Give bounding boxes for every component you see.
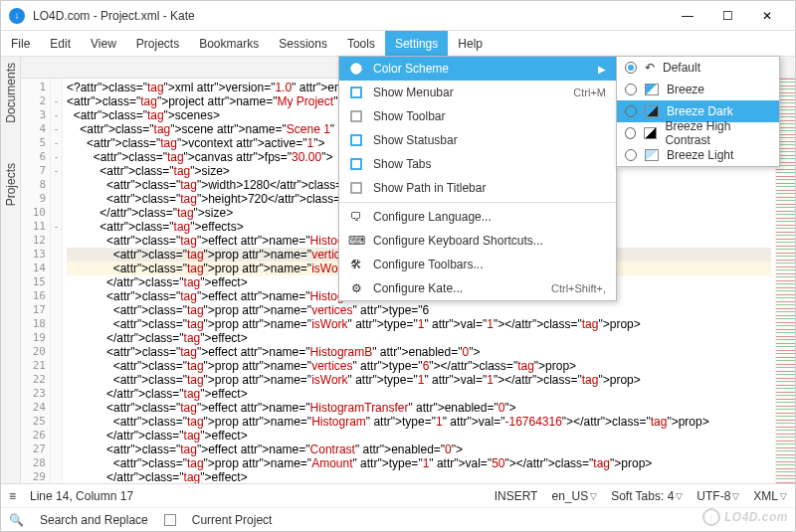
palette-icon [349, 62, 363, 76]
menu-indicator-icon[interactable]: ≡ [9, 489, 16, 503]
settings-show-toolbar[interactable]: Show Toolbar [339, 104, 616, 128]
menu-tools[interactable]: Tools [337, 31, 385, 56]
menu-item-label: Show Menubar [373, 86, 454, 99]
kbd-icon: ⌨ [349, 234, 363, 248]
settings-show-menubar[interactable]: Show MenubarCtrl+M [339, 81, 616, 104]
submenu-item-label: Default [663, 61, 700, 75]
maximize-button[interactable]: ☐ [707, 1, 747, 31]
titlebar: ↓ LO4D.com - Project.xml - Kate — ☐ ✕ [1, 1, 795, 31]
settings-show-statusbar[interactable]: Show Statusbar [339, 128, 616, 152]
settings-dropdown: Color Scheme▶Show MenubarCtrl+MShow Tool… [338, 56, 617, 301]
menu-item-label: Show Statusbar [373, 133, 458, 147]
menu-item-label: Configure Kate... [373, 281, 463, 295]
radio-icon [625, 105, 637, 117]
menu-help[interactable]: Help [448, 31, 493, 56]
settings-configure-toolbars-[interactable]: 🛠Configure Toolbars... [339, 253, 616, 276]
color-scheme-breeze-light[interactable]: Breeze Light [617, 144, 779, 166]
settings-configure-language-[interactable]: 🗨Configure Language... [339, 205, 616, 229]
settings-color-scheme[interactable]: Color Scheme▶ [339, 57, 616, 81]
radio-icon [625, 149, 637, 161]
tool-icon: 🛠 [349, 258, 363, 271]
shortcut-label: Ctrl+M [573, 87, 606, 98]
indent-selector[interactable]: Soft Tabs: 4▽ [611, 489, 683, 503]
insert-mode[interactable]: INSERT [495, 489, 538, 503]
menu-sessions[interactable]: Sessions [269, 31, 337, 56]
settings-configure-keyboard-shortcuts-[interactable]: ⌨Configure Keyboard Shortcuts... [339, 229, 616, 253]
submenu-item-label: Breeze Light [667, 148, 733, 162]
menu-settings[interactable]: Settings [385, 31, 448, 56]
syntax-selector[interactable]: XML▽ [753, 489, 787, 503]
menu-item-label: Configure Keyboard Shortcuts... [373, 234, 543, 248]
encoding-selector[interactable]: UTF-8▽ [696, 489, 739, 503]
settings-configure-kate-[interactable]: ⚙Configure Kate...Ctrl+Shift+, [339, 276, 616, 300]
window-title: LO4D.com - Project.xml - Kate [33, 9, 668, 23]
locale-selector[interactable]: en_US▽ [551, 489, 597, 503]
color-scheme-breeze-high-contrast[interactable]: Breeze High Contrast [617, 122, 779, 144]
statusbar: ≡ Line 14, Column 17 INSERT en_US▽ Soft … [1, 483, 795, 507]
menu-item-label: Configure Language... [373, 210, 492, 224]
submenu-item-label: Breeze High Contrast [665, 119, 771, 147]
cursor-position[interactable]: Line 14, Column 17 [30, 489, 133, 503]
radio-icon [625, 84, 637, 95]
color-scheme-breeze[interactable]: Breeze [617, 79, 779, 100]
menu-item-label: Configure Toolbars... [373, 258, 484, 271]
submenu-item-label: Breeze Dark [667, 104, 733, 118]
menu-edit[interactable]: Edit [40, 31, 81, 56]
watermark: ↓LO4D.com [702, 508, 788, 526]
radio-icon [625, 127, 636, 139]
cfg-icon: ⚙ [349, 281, 363, 295]
color-scheme-submenu: ↶DefaultBreezeBreeze DarkBreeze High Con… [616, 56, 780, 167]
search-icon: 🔍 [9, 513, 24, 527]
submenu-arrow-icon: ▶ [598, 64, 606, 75]
color-swatch-icon [645, 84, 659, 95]
search-replace-button[interactable]: Search and Replace [40, 513, 148, 527]
window-controls: — ☐ ✕ [668, 1, 787, 31]
menu-item-label: Show Path in Titlebar [373, 181, 486, 195]
sidebar-tab-projects[interactable]: Projects [4, 163, 18, 206]
minimize-button[interactable]: — [668, 1, 707, 31]
shortcut-label: Ctrl+Shift+, [551, 282, 606, 294]
menu-file[interactable]: File [1, 31, 40, 56]
menu-item-label: Show Toolbar [373, 109, 446, 123]
menubar: FileEditViewProjectsBookmarksSessionsToo… [1, 31, 795, 57]
sidebar: Documents Projects [1, 57, 21, 483]
menu-item-label: Show Tabs [373, 157, 431, 171]
app-icon: ↓ [9, 8, 25, 24]
menu-projects[interactable]: Projects [126, 31, 189, 56]
color-swatch-icon [645, 105, 659, 117]
menu-bookmarks[interactable]: Bookmarks [189, 31, 269, 56]
color-swatch-icon [645, 149, 659, 161]
settings-show-tabs[interactable]: Show Tabs [339, 152, 616, 176]
menu-item-label: Color Scheme [373, 62, 449, 76]
radio-icon [625, 62, 637, 74]
lang-icon: 🗨 [349, 210, 363, 224]
settings-show-path-in-titlebar[interactable]: Show Path in Titlebar [339, 176, 616, 200]
line-number-gutter: 1234567891011121314151617181920212223242… [21, 79, 51, 483]
bottom-toolbar: 🔍 Search and Replace Current Project [1, 507, 795, 531]
close-button[interactable]: ✕ [747, 1, 787, 31]
current-project-button[interactable]: Current Project [192, 513, 273, 527]
fold-gutter[interactable]: ------- [51, 79, 63, 483]
sidebar-tab-documents[interactable]: Documents [4, 63, 18, 123]
menu-view[interactable]: View [81, 31, 126, 56]
undo-icon: ↶ [645, 61, 655, 75]
project-icon [164, 514, 176, 526]
color-swatch-icon [644, 127, 657, 139]
submenu-item-label: Breeze [667, 83, 704, 96]
svg-point-0 [351, 64, 362, 75]
color-scheme-default[interactable]: ↶Default [617, 57, 779, 79]
